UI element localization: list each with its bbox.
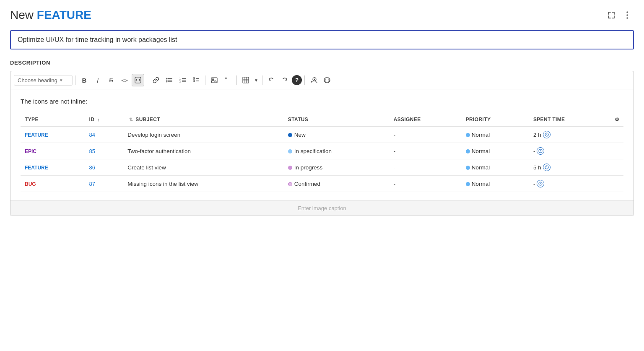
svg-point-21 xyxy=(213,79,214,80)
more-options-button[interactable] xyxy=(621,8,634,22)
editor-content[interactable]: The icons are not inline: TYPE ID ↑ ⇅ SU… xyxy=(10,89,634,200)
inline-code-button[interactable] xyxy=(132,74,144,86)
strikethrough-button[interactable]: S xyxy=(105,74,117,86)
cell-settings xyxy=(610,143,623,159)
bold-button[interactable]: B xyxy=(78,74,91,86)
cell-subject: Two-factor authentication xyxy=(123,143,284,159)
status-dot-icon xyxy=(288,166,292,170)
cell-spent-time: - xyxy=(529,143,610,159)
undo-button[interactable] xyxy=(265,74,278,86)
help-button[interactable]: ? xyxy=(292,75,302,85)
col-id[interactable]: ID ↑ xyxy=(85,113,124,126)
heading-select-label: Choose heading xyxy=(18,77,57,83)
cell-id[interactable]: 85 xyxy=(85,143,124,159)
svg-text:3.: 3. xyxy=(179,81,181,83)
table-button[interactable] xyxy=(239,74,252,86)
bullet-list-button[interactable] xyxy=(163,74,176,86)
cell-id[interactable]: 84 xyxy=(85,126,124,143)
chevron-down-icon: ▼ xyxy=(59,78,63,83)
priority-text: Normal xyxy=(472,181,490,187)
col-subject[interactable]: ⇅ SUBJECT xyxy=(123,113,284,126)
cell-assignee: - xyxy=(390,176,462,192)
status-dot-icon xyxy=(288,133,292,137)
page-header: New FEATURE xyxy=(10,8,634,22)
cell-status: In progress xyxy=(284,159,390,176)
clock-icon[interactable] xyxy=(543,164,551,171)
priority-dot-icon xyxy=(466,133,470,137)
spent-time-value: - xyxy=(533,181,535,187)
svg-rect-23 xyxy=(243,77,249,83)
svg-point-2 xyxy=(626,17,628,19)
table-body: FEATURE84Develop login screenNew-Normal2… xyxy=(21,126,623,192)
col-type: TYPE xyxy=(21,113,85,126)
svg-rect-18 xyxy=(193,80,195,82)
divider-2 xyxy=(147,75,147,85)
italic-button[interactable]: I xyxy=(91,74,104,86)
divider-1 xyxy=(75,75,75,85)
divider-4 xyxy=(236,75,237,85)
svg-point-6 xyxy=(166,80,168,81)
cell-priority: Normal xyxy=(462,159,529,176)
image-caption[interactable]: Enter image caption xyxy=(10,200,634,216)
table-row: FEATURE86Create list viewIn progress-Nor… xyxy=(21,159,623,176)
col-settings[interactable]: ⚙ xyxy=(610,113,623,126)
priority-text: Normal xyxy=(472,132,490,138)
code-button[interactable]: <> xyxy=(118,74,131,86)
source-button[interactable] xyxy=(321,74,333,86)
task-list-button[interactable] xyxy=(190,74,203,86)
cell-type[interactable]: EPIC xyxy=(21,143,85,159)
subject-input[interactable] xyxy=(10,30,634,49)
status-text: In progress xyxy=(294,164,323,171)
editor-container: Choose heading ▼ B I S <> xyxy=(10,71,634,216)
spent-time-value: - xyxy=(533,148,535,154)
cell-assignee: - xyxy=(390,159,462,176)
title-new: New xyxy=(10,8,34,21)
preview-button[interactable] xyxy=(307,74,320,86)
cell-spent-time: 2 h xyxy=(529,126,610,143)
sort-icon-id: ↑ xyxy=(97,117,100,122)
clock-icon[interactable] xyxy=(537,147,544,155)
description-label: DESCRIPTION xyxy=(10,60,634,66)
cell-type[interactable]: FEATURE xyxy=(21,126,85,143)
cell-subject: Develop login screen xyxy=(123,126,284,143)
expand-button[interactable] xyxy=(605,8,618,22)
svg-text:": " xyxy=(225,77,228,83)
cell-id[interactable]: 87 xyxy=(85,176,124,192)
cell-type[interactable]: BUG xyxy=(21,176,85,192)
priority-text: Normal xyxy=(472,148,490,154)
clock-icon[interactable] xyxy=(537,180,544,187)
description-section: DESCRIPTION Choose heading ▼ B I S <> xyxy=(10,60,634,216)
link-button[interactable] xyxy=(150,74,162,86)
heading-select[interactable]: Choose heading ▼ xyxy=(14,75,73,86)
svg-point-0 xyxy=(626,11,628,13)
cell-type[interactable]: FEATURE xyxy=(21,159,85,176)
quote-button[interactable]: " xyxy=(221,74,234,86)
redo-button[interactable] xyxy=(278,74,291,86)
svg-point-4 xyxy=(166,78,168,79)
cell-priority: Normal xyxy=(462,176,529,192)
editor-toolbar: Choose heading ▼ B I S <> xyxy=(10,71,634,89)
status-text: Confirmed xyxy=(294,181,320,187)
table-dropdown-button[interactable]: ▼ xyxy=(253,74,260,86)
cell-settings xyxy=(610,176,623,192)
cell-status: In specification xyxy=(284,143,390,159)
col-spent-time: SPENT TIME xyxy=(529,113,610,126)
image-caption-placeholder: Enter image caption xyxy=(298,205,346,211)
svg-point-8 xyxy=(166,81,168,83)
cell-subject: Create list view xyxy=(123,159,284,176)
cell-assignee: - xyxy=(390,126,462,143)
col-priority: PRIORITY xyxy=(462,113,529,126)
editor-text: The icons are not inline: xyxy=(21,98,623,105)
table-row: EPIC85Two-factor authenticationIn specif… xyxy=(21,143,623,159)
cell-spent-time: 5 h xyxy=(529,159,610,176)
ordered-list-button[interactable]: 1. 2. 3. xyxy=(177,74,189,86)
divider-6 xyxy=(304,75,305,85)
priority-dot-icon xyxy=(466,182,470,186)
table-header: TYPE ID ↑ ⇅ SUBJECT STATUS ASSIGNEE PRIO… xyxy=(21,113,623,126)
image-button[interactable] xyxy=(208,74,221,86)
title-feature: FEATURE xyxy=(37,8,91,21)
work-packages-table: TYPE ID ↑ ⇅ SUBJECT STATUS ASSIGNEE PRIO… xyxy=(21,113,623,192)
header-actions xyxy=(605,8,634,22)
clock-icon[interactable] xyxy=(543,131,551,138)
cell-id[interactable]: 86 xyxy=(85,159,124,176)
